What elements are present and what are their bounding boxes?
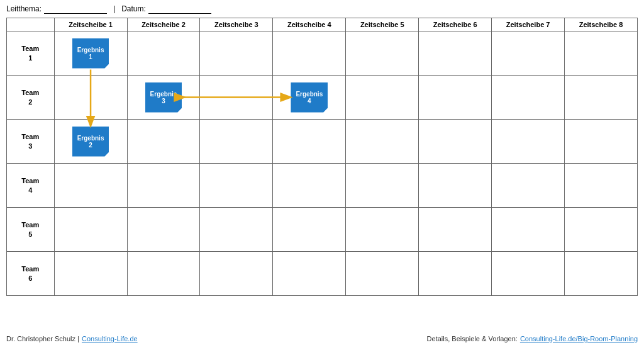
cell-team5-z1 <box>54 208 127 252</box>
row-label-team2: Team2 <box>7 76 55 120</box>
cell-team5-z8 <box>565 208 638 252</box>
table-row: Team2 Ergebnis3 Ergebnis4 <box>7 76 638 120</box>
cell-team6-z2 <box>127 252 200 296</box>
cell-team2-z5 <box>346 76 419 120</box>
cell-team2-z1 <box>54 76 127 120</box>
footer-right: Details, Beispiele & Vorlagen: Consultin… <box>427 335 638 342</box>
cell-team6-z7 <box>492 252 565 296</box>
cell-team4-z7 <box>492 164 565 208</box>
cell-team4-z8 <box>565 164 638 208</box>
cell-team4-z3 <box>200 164 273 208</box>
cell-team3-z8 <box>565 120 638 164</box>
cell-team3-z6 <box>419 120 492 164</box>
table-row: Team4 <box>7 164 638 208</box>
cell-team1-z4 <box>273 31 346 76</box>
table-row: Team5 <box>7 208 638 252</box>
cell-team2-z6 <box>419 76 492 120</box>
row-label-team6: Team6 <box>7 252 55 296</box>
cell-team2-z4: Ergebnis4 <box>273 76 346 120</box>
col-header-z3: Zeitscheibe 3 <box>200 18 273 31</box>
row-label-team1: Team1 <box>7 31 55 76</box>
ergebnis-2[interactable]: Ergebnis2 <box>72 127 109 157</box>
cell-team1-z8 <box>565 31 638 76</box>
cell-team3-z3 <box>200 120 273 164</box>
ergebnis-4[interactable]: Ergebnis4 <box>291 82 328 113</box>
datum-value[interactable] <box>148 4 211 14</box>
cell-team2-z7 <box>492 76 565 120</box>
cell-team3-z1: Ergebnis2 <box>54 120 127 164</box>
cell-team1-z2 <box>127 31 200 76</box>
table-row: Team6 <box>7 252 638 296</box>
col-header-z4: Zeitscheibe 4 <box>273 18 346 31</box>
col-header-z6: Zeitscheibe 6 <box>419 18 492 31</box>
cell-team3-z2 <box>127 120 200 164</box>
col-header-z2: Zeitscheibe 2 <box>127 18 200 31</box>
footer: Dr. Christopher Schulz | Consulting-Life… <box>6 332 638 342</box>
footer-left: Dr. Christopher Schulz | Consulting-Life… <box>6 335 138 342</box>
cell-team5-z7 <box>492 208 565 252</box>
col-header-empty <box>7 18 55 31</box>
table-row: Team1 Ergebnis1 <box>7 31 638 76</box>
planning-table: Zeitscheibe 1 Zeitscheibe 2 Zeitscheibe … <box>6 18 638 296</box>
cell-team6-z4 <box>273 252 346 296</box>
cell-team1-z3 <box>200 31 273 76</box>
datum-label: Datum: <box>121 4 146 13</box>
col-header-z8: Zeitscheibe 8 <box>565 18 638 31</box>
cell-team5-z3 <box>200 208 273 252</box>
cell-team1-z1: Ergebnis1 <box>54 31 127 76</box>
cell-team2-z2: Ergebnis3 <box>127 76 200 120</box>
col-header-z5: Zeitscheibe 5 <box>346 18 419 31</box>
footer-left-link[interactable]: Consulting-Life.de <box>82 335 138 342</box>
leitthema-label: Leitthema: <box>6 4 42 13</box>
cell-team5-z6 <box>419 208 492 252</box>
cell-team4-z4 <box>273 164 346 208</box>
row-label-team4: Team4 <box>7 164 55 208</box>
cell-team4-z1 <box>54 164 127 208</box>
cell-team3-z7 <box>492 120 565 164</box>
cell-team4-z2 <box>127 164 200 208</box>
col-header-z7: Zeitscheibe 7 <box>492 18 565 31</box>
cell-team5-z4 <box>273 208 346 252</box>
header-row: Leitthema: | Datum: <box>6 4 638 14</box>
footer-right-text: Details, Beispiele & Vorlagen: <box>427 335 518 342</box>
cell-team3-z4 <box>273 120 346 164</box>
cell-team6-z5 <box>346 252 419 296</box>
cell-team1-z7 <box>492 31 565 76</box>
page-wrapper: Leitthema: | Datum: Zeitscheibe 1 Zeitsc… <box>0 0 644 345</box>
cell-team5-z2 <box>127 208 200 252</box>
row-label-team5: Team5 <box>7 208 55 252</box>
leitthema-value[interactable] <box>44 4 107 14</box>
ergebnis-1[interactable]: Ergebnis1 <box>72 38 109 69</box>
cell-team4-z6 <box>419 164 492 208</box>
cell-team3-z5 <box>346 120 419 164</box>
cell-team6-z3 <box>200 252 273 296</box>
footer-left-text: Dr. Christopher Schulz | <box>6 335 79 342</box>
table-row: Team3 Ergebnis2 <box>7 120 638 164</box>
cell-team1-z6 <box>419 31 492 76</box>
cell-team2-z8 <box>565 76 638 120</box>
cell-team6-z8 <box>565 252 638 296</box>
cell-team2-z3 <box>200 76 273 120</box>
table-container: Zeitscheibe 1 Zeitscheibe 2 Zeitscheibe … <box>6 18 638 332</box>
cell-team6-z6 <box>419 252 492 296</box>
cell-team4-z5 <box>346 164 419 208</box>
ergebnis-3[interactable]: Ergebnis3 <box>145 82 182 113</box>
footer-right-link[interactable]: Consulting-Life.de/Big-Room-Planning <box>520 335 638 342</box>
cell-team1-z5 <box>346 31 419 76</box>
cell-team5-z5 <box>346 208 419 252</box>
col-header-z1: Zeitscheibe 1 <box>54 18 127 31</box>
header-divider: | <box>113 4 115 13</box>
cell-team6-z1 <box>54 252 127 296</box>
row-label-team3: Team3 <box>7 120 55 164</box>
